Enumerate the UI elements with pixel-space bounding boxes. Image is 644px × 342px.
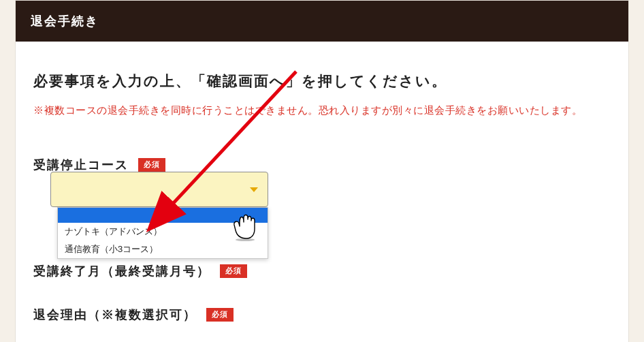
- field-course-stop: 受講停止コース 必須: [33, 157, 611, 173]
- course-select-wrap: ナゾトキ（アドバンス） 通信教育（小3コース）: [50, 172, 268, 207]
- dropdown-option-blank[interactable]: [58, 208, 268, 223]
- course-select[interactable]: [50, 172, 268, 207]
- field-end-month: 受講終了月（最終受講月号） 必須: [33, 263, 611, 279]
- course-dropdown[interactable]: ナゾトキ（アドバンス） 通信教育（小3コース）: [57, 207, 268, 259]
- field-reason: 退会理由（※複数選択可） 必須: [33, 307, 611, 323]
- label-reason: 退会理由（※複数選択可）: [33, 307, 197, 323]
- form-card: 退会手続き 必要事項を入力の上、「確認画面へ」を押してください。 ※複数コースの…: [15, 0, 629, 342]
- warning-text: ※複数コースの退会手続きを同時に行うことはできません。恐れ入りますが別々に退会手…: [33, 104, 611, 117]
- chevron-down-icon: [250, 187, 258, 192]
- badge-required: 必須: [138, 158, 165, 172]
- badge-required: 必須: [206, 308, 234, 322]
- label-end-month: 受講終了月（最終受講月号）: [33, 263, 210, 279]
- badge-required: 必須: [220, 264, 247, 278]
- dropdown-option-2[interactable]: 通信教育（小3コース）: [58, 240, 268, 258]
- label-course-stop: 受講停止コース: [33, 157, 129, 173]
- page-title: 退会手続き: [16, 1, 628, 42]
- dropdown-option-1[interactable]: ナゾトキ（アドバンス）: [58, 223, 268, 240]
- instruction-text: 必要事項を入力の上、「確認画面へ」を押してください。: [33, 72, 611, 91]
